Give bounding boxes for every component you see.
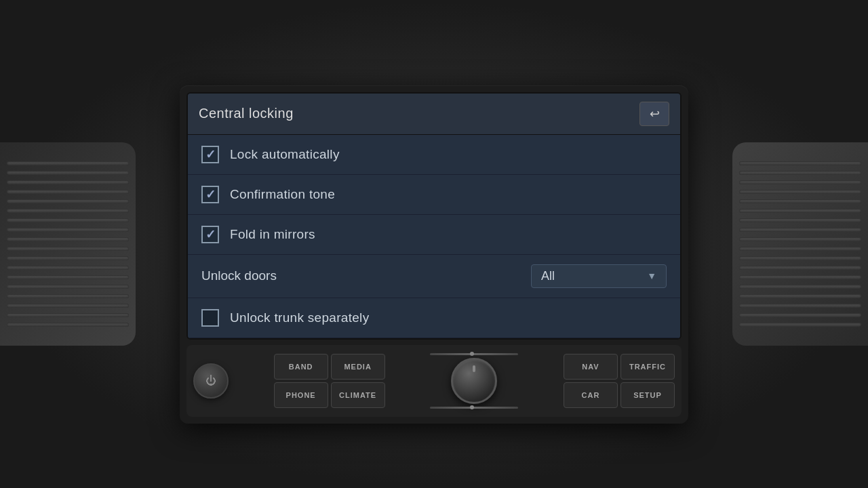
traffic-button[interactable]: TRAFFIC — [620, 354, 675, 380]
nav-button[interactable]: NAV — [564, 354, 618, 380]
lock-automatically-checkbox[interactable] — [201, 146, 219, 163]
back-button[interactable]: ↩ — [639, 102, 669, 126]
knob-container — [430, 353, 518, 409]
dashboard: Central locking ↩ Lock automatically Con… — [0, 0, 868, 488]
confirmation-tone-item[interactable]: Confirmation tone — [188, 175, 680, 215]
left-function-buttons: BAND MEDIA PHONE CLIMATE — [274, 354, 385, 408]
screen-header: Central locking ↩ — [188, 94, 680, 135]
vent-right — [732, 142, 868, 346]
unlock-doors-item[interactable]: Unlock doors All ▼ — [188, 255, 680, 298]
chevron-down-icon: ▼ — [647, 270, 656, 281]
unlock-trunk-checkbox[interactable] — [201, 309, 219, 327]
media-button[interactable]: MEDIA — [331, 354, 385, 380]
car-button[interactable]: CAR — [564, 382, 618, 408]
confirmation-tone-checkbox[interactable] — [201, 186, 219, 203]
unlock-doors-label: Unlock doors — [201, 268, 277, 283]
back-icon: ↩ — [650, 106, 660, 121]
head-unit: Central locking ↩ Lock automatically Con… — [180, 85, 688, 424]
screen: Central locking ↩ Lock automatically Con… — [186, 92, 682, 340]
unlock-trunk-label: Unlock trunk separately — [230, 310, 369, 325]
unlock-doors-dropdown[interactable]: All ▼ — [531, 264, 667, 288]
lock-automatically-label: Lock automatically — [230, 147, 340, 162]
unlock-doors-value: All — [541, 269, 555, 283]
power-button[interactable]: ⏻ — [193, 363, 229, 399]
controls-area: ⏻ BAND MEDIA PHONE CLIMATE — [186, 345, 682, 417]
tuning-knob[interactable] — [451, 358, 497, 404]
phone-button[interactable]: PHONE — [274, 382, 328, 408]
vent-left — [0, 142, 136, 346]
climate-button[interactable]: CLIMATE — [331, 382, 385, 408]
fold-in-mirrors-label: Fold in mirrors — [230, 227, 315, 242]
screen-title: Central locking — [199, 106, 294, 121]
band-button[interactable]: BAND — [274, 354, 328, 380]
confirmation-tone-label: Confirmation tone — [230, 187, 335, 202]
power-icon: ⏻ — [205, 375, 216, 387]
lock-automatically-item[interactable]: Lock automatically — [188, 135, 680, 175]
right-function-buttons: NAV TRAFFIC CAR SETUP — [564, 354, 675, 408]
fold-in-mirrors-item[interactable]: Fold in mirrors — [188, 215, 680, 255]
tune-slider[interactable] — [430, 407, 518, 409]
volume-slider[interactable] — [430, 353, 518, 355]
fold-in-mirrors-checkbox[interactable] — [201, 226, 219, 243]
unlock-trunk-item[interactable]: Unlock trunk separately — [188, 298, 680, 338]
setup-button[interactable]: SETUP — [620, 382, 675, 408]
